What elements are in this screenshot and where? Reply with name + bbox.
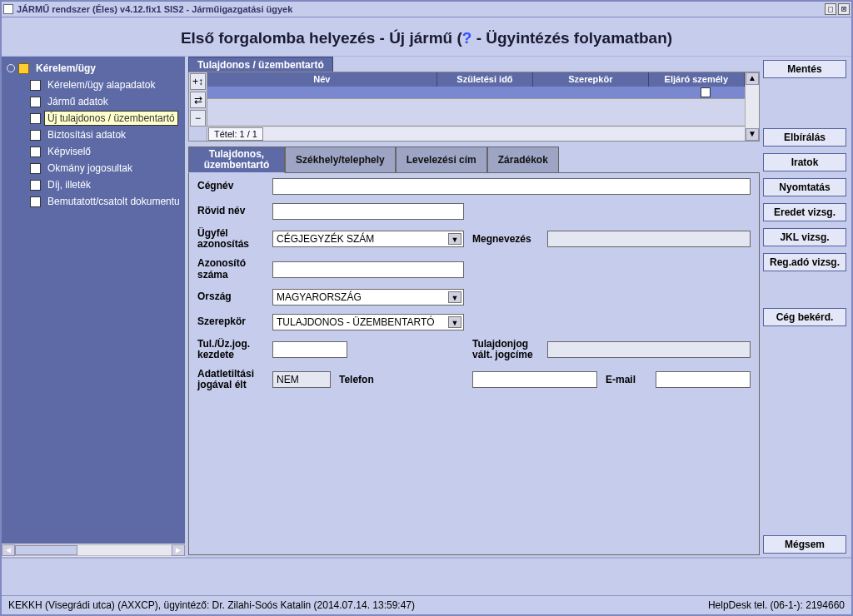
title-bar: JÁRMŰ rendszer (Éles) v4.12.fix1 SIS2 - … xyxy=(2,2,851,17)
grid-col-name[interactable]: Név xyxy=(207,72,437,87)
label-tuljog-valt: Tulajdonjog vált. jogcíme xyxy=(472,339,539,360)
select-orszag[interactable]: MAGYARORSZÁG xyxy=(272,289,464,306)
page-icon xyxy=(30,163,41,174)
scroll-up-icon[interactable]: ▲ xyxy=(746,72,759,85)
grid-add-person-button[interactable]: +↕ xyxy=(190,73,206,90)
grid-row-selected[interactable] xyxy=(207,87,745,99)
grid-cell-actor-check[interactable] xyxy=(666,87,745,100)
folder-icon xyxy=(18,63,29,74)
status-right: HelpDesk tel. (06-1-): 2194660 xyxy=(708,599,845,611)
page-icon xyxy=(30,113,41,124)
grid-col-actor[interactable]: Eljáró személy xyxy=(649,72,745,87)
page-title-suffix: - Ügyintézés folyamatban) xyxy=(471,29,672,47)
input-rovidnev[interactable] xyxy=(272,203,464,220)
input-megnevezes[interactable] xyxy=(547,231,751,247)
page-icon xyxy=(30,130,41,141)
grid-col-birth[interactable]: Születési idő xyxy=(437,72,533,87)
app-window: JÁRMŰ rendszer (Éles) v4.12.fix1 SIS2 - … xyxy=(0,0,853,616)
tree-item-label: Díj, illeték xyxy=(44,177,94,192)
tree-item[interactable]: Kérelem/ügy alapadatok xyxy=(2,77,185,93)
tree-item[interactable]: Jármű adatok xyxy=(2,93,185,110)
input-cegnev[interactable] xyxy=(272,178,751,195)
input-azon-szama[interactable] xyxy=(272,261,464,278)
center-pane: Tulajdonos / üzembentartó +↕ ⇄ − Név Szü… xyxy=(188,57,761,557)
tree-expand-icon[interactable] xyxy=(7,64,15,72)
tab-site[interactable]: Székhely/telephely xyxy=(285,147,396,173)
tree-item[interactable]: Biztosítási adatok xyxy=(2,127,185,143)
scroll-left-icon[interactable]: ◄ xyxy=(2,544,15,556)
input-tuljog-valt[interactable] xyxy=(547,341,751,358)
owners-grid: +↕ ⇄ − Név Születési idő Szerepkör Eljár… xyxy=(188,72,760,142)
grid-vertical-scrollbar[interactable]: ▲ ▼ xyxy=(745,72,759,141)
scroll-track[interactable] xyxy=(15,544,172,556)
grid-body[interactable] xyxy=(207,87,745,126)
grid-header: Név Születési idő Szerepkör Eljáró szemé… xyxy=(207,72,745,87)
scroll-down-icon[interactable]: ▼ xyxy=(746,128,759,141)
detail-tabs: Tulajdonos, üzembentartó Székhely/teleph… xyxy=(188,147,760,173)
navigation-tree-pane: Kérelem/ügy Kérelem/ügy alapadatok Jármű… xyxy=(2,57,185,557)
tab-clauses[interactable]: Záradékok xyxy=(487,147,559,173)
tree-root-label: Kérelem/ügy xyxy=(32,61,99,76)
page-icon xyxy=(30,80,41,91)
label-telefon: Telefon xyxy=(339,375,381,385)
scroll-thumb[interactable] xyxy=(15,545,77,555)
review-button[interactable]: Elbírálás xyxy=(763,128,846,147)
tree-item[interactable]: Képviselő xyxy=(2,143,185,160)
print-button[interactable]: Nyomtatás xyxy=(763,178,846,196)
documents-button[interactable]: Iratok xyxy=(763,153,846,171)
tree-item[interactable]: Okmány jogosultak xyxy=(2,160,185,176)
page-icon xyxy=(30,196,41,207)
grid-remove-button[interactable]: − xyxy=(190,110,206,127)
label-azon-szama: Azonosító száma xyxy=(197,258,264,280)
input-telefon[interactable] xyxy=(472,371,597,388)
cancel-button[interactable]: Mégsem xyxy=(763,535,846,554)
window-maximize-icon[interactable]: □ xyxy=(825,3,836,15)
status-left: KEKKH (Visegrádi utca) (AXXCP), ügyintéz… xyxy=(8,599,415,611)
section-tab[interactable]: Tulajdonos / üzembentartó xyxy=(188,57,333,72)
grid-col-role[interactable]: Szerepkör xyxy=(533,72,648,87)
scroll-track[interactable] xyxy=(746,85,759,128)
label-cegnev: Cégnév xyxy=(197,181,264,191)
tree-item-label: Új tulajdonos / üzembentartó xyxy=(44,111,178,126)
tree-item-label: Bemutatott/csatolt dokumentu xyxy=(44,194,183,209)
tree-item-selected[interactable]: Új tulajdonos / üzembentartó xyxy=(2,110,185,127)
label-adatlet: Adatletiltási jogával élt xyxy=(197,369,264,390)
label-ugyfel-azon: Ügyfél azonosítás xyxy=(197,228,264,250)
save-button[interactable]: Mentés xyxy=(763,60,846,78)
input-tuluz-kezdete[interactable] xyxy=(272,341,347,358)
page-title-question-link[interactable]: ? xyxy=(462,29,472,47)
tree-horizontal-scrollbar[interactable]: ◄ ► xyxy=(2,544,185,557)
tree-item-label: Jármű adatok xyxy=(44,94,112,109)
page-title-prefix: Első forgalomba helyezés - Új jármű ( xyxy=(181,29,462,47)
page-title: Első forgalomba helyezés - Új jármű (? -… xyxy=(2,17,851,57)
company-query-button[interactable]: Cég bekérd. xyxy=(763,308,846,326)
tree-root[interactable]: Kérelem/ügy xyxy=(2,60,185,77)
label-email: E-mail xyxy=(606,375,647,385)
navigation-tree[interactable]: Kérelem/ügy Kérelem/ügy alapadatok Jármű… xyxy=(2,57,185,544)
tree-item[interactable]: Díj, illeték xyxy=(2,176,185,193)
select-ugyfel-azon[interactable]: CÉGJEGYZÉK SZÁM xyxy=(272,231,464,247)
tree-item-label: Okmány jogosultak xyxy=(44,161,136,176)
select-szerepkor[interactable]: TULAJDONOS - ÜZEMBENTARTÓ xyxy=(272,314,464,330)
tree-item[interactable]: Bemutatott/csatolt dokumentu xyxy=(2,193,185,210)
grid-counter: Tétel: 1 / 1 xyxy=(208,127,263,141)
jkl-check-button[interactable]: JKL vizsg. xyxy=(763,228,846,246)
page-icon xyxy=(30,97,41,107)
input-adatlet[interactable]: NEM xyxy=(272,371,331,388)
label-megnevezes: Megnevezés xyxy=(472,234,539,245)
owner-form: Cégnév Rövid név Ügyfél azonosítás CÉGJE… xyxy=(188,173,760,555)
label-szerepkor: Szerepkör xyxy=(197,316,264,327)
window-title: JÁRMŰ rendszer (Éles) v4.12.fix1 SIS2 - … xyxy=(17,4,292,14)
origin-check-button[interactable]: Eredet vizsg. xyxy=(763,203,846,221)
bottom-spacer xyxy=(2,557,851,595)
regtax-check-button[interactable]: Reg.adó vizsg. xyxy=(763,253,846,271)
window-close-icon[interactable]: ⊠ xyxy=(838,3,850,15)
detail-panel: Tulajdonos, üzembentartó Székhely/teleph… xyxy=(188,147,760,555)
scroll-right-icon[interactable]: ► xyxy=(172,544,185,556)
tab-owner[interactable]: Tulajdonos, üzembentartó xyxy=(188,147,285,173)
input-email[interactable] xyxy=(656,371,751,388)
section-tab-row: Tulajdonos / üzembentartó xyxy=(188,57,760,72)
grid-swap-button[interactable]: ⇄ xyxy=(190,92,206,108)
grid-footer: Tétel: 1 / 1 xyxy=(207,126,745,141)
tab-mailing[interactable]: Levelezési cím xyxy=(396,147,487,173)
